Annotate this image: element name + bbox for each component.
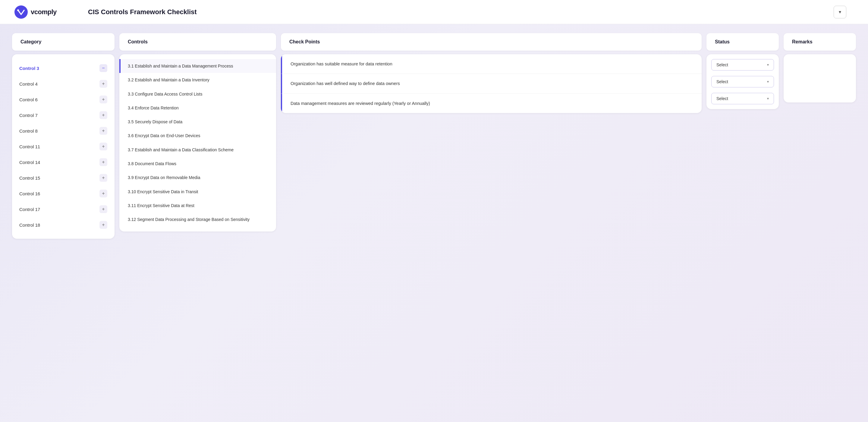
control-label: 3.1 Establish and Maintain a Data Manage… — [128, 64, 233, 68]
control-label: 3.12 Segment Data Processing and Storage… — [128, 217, 250, 222]
category-item-cat-control-11[interactable]: Control 11 + — [12, 139, 115, 154]
remarks-panel — [784, 54, 856, 102]
status-select-sel-2[interactable]: Select ▾ — [711, 76, 774, 87]
control-label: 3.6 Encrypt Data on End-User Devices — [128, 133, 200, 138]
app-header: vcomply CIS Controls Framework Checklist… — [0, 0, 868, 24]
controls-column-header: Controls — [119, 33, 276, 51]
logo-text: vcomply — [31, 8, 57, 16]
control-label: 3.7 Establish and Maintain a Data Classi… — [128, 147, 234, 152]
select-label: Select — [716, 79, 728, 84]
header-title-area: CIS Controls Framework Checklist ▾ — [81, 6, 854, 19]
category-toggle-cat-control-11[interactable]: + — [99, 143, 107, 150]
category-toggle-cat-control-16[interactable]: + — [99, 190, 107, 198]
control-item-ctrl-3-9[interactable]: 3.9 Encrypt Data on Removable Media — [119, 171, 276, 184]
category-item-cat-control-15[interactable]: Control 15 + — [12, 170, 115, 186]
select-chevron-icon: ▾ — [767, 80, 769, 84]
main-content: Category Controls Check Points Status Re… — [0, 24, 868, 248]
svg-point-1 — [17, 9, 19, 11]
category-toggle-cat-control-15[interactable]: + — [99, 174, 107, 182]
control-label: 3.10 Encrypt Sensitive Data in Transit — [128, 189, 198, 194]
category-label: Control 3 — [19, 66, 39, 71]
control-label: 3.9 Encrypt Data on Removable Media — [128, 175, 200, 180]
category-item-cat-control-18[interactable]: Control 18 + — [12, 217, 115, 233]
control-item-ctrl-3-8[interactable]: 3.8 Document Data Flows — [119, 157, 276, 171]
category-label: Control 15 — [19, 175, 40, 181]
category-toggle-cat-control-4[interactable]: + — [99, 80, 107, 88]
control-label: 3.5 Securely Dispose of Data — [128, 119, 182, 124]
header-chevron-button[interactable]: ▾ — [834, 6, 846, 19]
control-label: 3.3 Configure Data Access Control Lists — [128, 92, 202, 96]
control-item-ctrl-3-12[interactable]: 3.12 Segment Data Processing and Storage… — [119, 212, 276, 227]
control-item-ctrl-3-3[interactable]: 3.3 Configure Data Access Control Lists — [119, 87, 276, 101]
category-label: Control 14 — [19, 160, 40, 165]
category-item-cat-control-6[interactable]: Control 6 + — [12, 92, 115, 107]
category-toggle-cat-control-14[interactable]: + — [99, 158, 107, 166]
vcomply-logo-icon — [14, 5, 28, 19]
category-label: Control 11 — [19, 144, 40, 149]
svg-point-0 — [14, 5, 28, 19]
control-item-ctrl-3-4[interactable]: 3.4 Enforce Data Retention — [119, 101, 276, 115]
logo-area: vcomply — [14, 5, 81, 19]
category-toggle-cat-control-8[interactable]: + — [99, 127, 107, 135]
checkpoint-text: Organization has suitable measure for da… — [290, 61, 393, 67]
control-label: 3.2 Establish and Maintain a Data Invent… — [128, 78, 210, 82]
category-item-cat-control-17[interactable]: Control 17 + — [12, 201, 115, 217]
checkpoint-item-cp-3: Data management measures are reviewed re… — [281, 94, 702, 113]
checkpoint-item-cp-1: Organization has suitable measure for da… — [281, 54, 702, 74]
category-toggle-cat-control-3[interactable]: − — [99, 64, 107, 72]
status-select-sel-3[interactable]: Select ▾ — [711, 93, 774, 104]
category-panel: Control 3 − Control 4 + Control 6 + Cont… — [12, 54, 115, 239]
checkpoint-text: Data management measures are reviewed re… — [290, 100, 430, 107]
category-item-cat-control-4[interactable]: Control 4 + — [12, 76, 115, 92]
control-label: 3.11 Encrypt Sensitive Data at Rest — [128, 203, 194, 208]
category-toggle-cat-control-6[interactable]: + — [99, 95, 107, 103]
select-chevron-icon: ▾ — [767, 96, 769, 101]
category-label: Control 6 — [19, 97, 38, 102]
select-chevron-icon: ▾ — [767, 63, 769, 67]
category-item-cat-control-7[interactable]: Control 7 + — [12, 107, 115, 123]
checkpoint-text: Organization has well defined way to def… — [290, 81, 400, 87]
control-item-ctrl-3-11[interactable]: 3.11 Encrypt Sensitive Data at Rest — [119, 199, 276, 212]
category-item-cat-control-16[interactable]: Control 16 + — [12, 186, 115, 201]
category-toggle-cat-control-7[interactable]: + — [99, 111, 107, 119]
category-column-header: Category — [12, 33, 115, 51]
category-item-cat-control-14[interactable]: Control 14 + — [12, 154, 115, 170]
category-label: Control 8 — [19, 128, 38, 133]
controls-panel: 3.1 Establish and Maintain a Data Manage… — [119, 54, 276, 232]
control-label: 3.8 Document Data Flows — [128, 161, 176, 166]
control-item-ctrl-3-10[interactable]: 3.10 Encrypt Sensitive Data in Transit — [119, 185, 276, 199]
control-item-ctrl-3-5[interactable]: 3.5 Securely Dispose of Data — [119, 115, 276, 129]
remarks-column-header: Remarks — [784, 33, 856, 51]
column-headers: Category Controls Check Points Status Re… — [12, 33, 856, 51]
category-label: Control 17 — [19, 207, 40, 212]
select-label: Select — [716, 96, 728, 101]
checkpoint-item-cp-2: Organization has well defined way to def… — [281, 74, 702, 93]
control-item-ctrl-3-1[interactable]: 3.1 Establish and Maintain a Data Manage… — [119, 59, 276, 73]
category-item-cat-control-8[interactable]: Control 8 + — [12, 123, 115, 139]
content-row: Control 3 − Control 4 + Control 6 + Cont… — [12, 54, 856, 239]
category-toggle-cat-control-17[interactable]: + — [99, 205, 107, 213]
category-label: Control 18 — [19, 222, 40, 228]
checkpoints-panel: Organization has suitable measure for da… — [281, 54, 702, 113]
control-item-ctrl-3-6[interactable]: 3.6 Encrypt Data on End-User Devices — [119, 129, 276, 143]
status-panel: Select ▾ Select ▾ Select ▾ — [707, 54, 779, 109]
select-label: Select — [716, 62, 728, 67]
category-label: Control 4 — [19, 81, 38, 87]
category-item-cat-control-3[interactable]: Control 3 − — [12, 60, 115, 76]
category-label: Control 16 — [19, 191, 40, 196]
category-toggle-cat-control-18[interactable]: + — [99, 221, 107, 229]
checkpoints-column-header: Check Points — [281, 33, 702, 51]
control-item-ctrl-3-7[interactable]: 3.7 Establish and Maintain a Data Classi… — [119, 143, 276, 157]
control-label: 3.4 Enforce Data Retention — [128, 106, 179, 110]
status-column-header: Status — [707, 33, 779, 51]
control-item-ctrl-3-2[interactable]: 3.2 Establish and Maintain a Data Invent… — [119, 73, 276, 87]
category-label: Control 7 — [19, 113, 38, 118]
chevron-down-icon: ▾ — [839, 9, 841, 15]
status-select-sel-1[interactable]: Select ▾ — [711, 59, 774, 70]
page-title: CIS Controls Framework Checklist — [88, 8, 197, 16]
